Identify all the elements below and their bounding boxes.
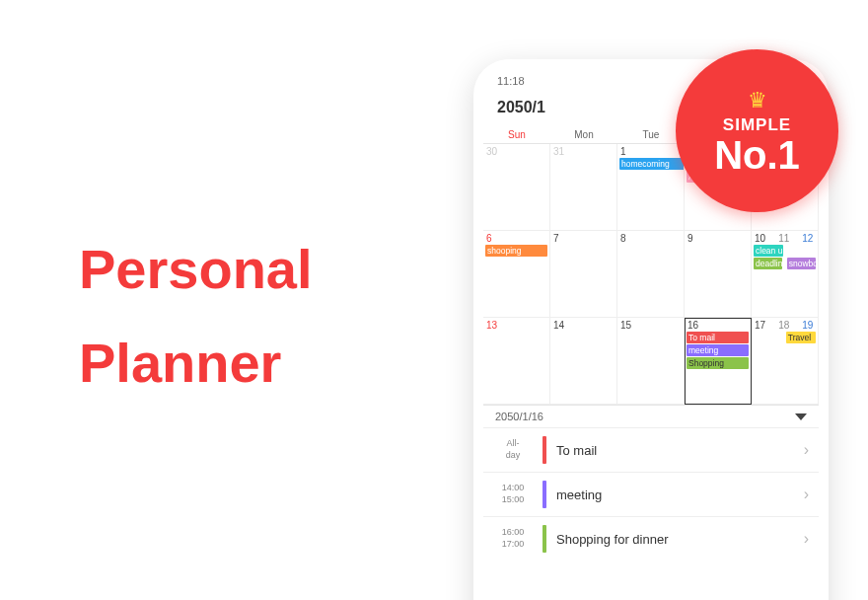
chevron-right-icon: › bbox=[804, 486, 809, 503]
day-panel: 2050/1/16 All- day To mail › 14:0015:00 … bbox=[483, 405, 819, 561]
day-cell[interactable]: 13 bbox=[483, 318, 550, 405]
agenda-title: Shopping for dinner bbox=[556, 532, 804, 547]
event-shooping[interactable]: shooping bbox=[485, 245, 547, 257]
event-meeting[interactable]: meeting bbox=[687, 344, 749, 356]
crown-icon: ♛ bbox=[748, 88, 767, 113]
day-cell[interactable]: 1 homecoming bbox=[617, 144, 685, 231]
day-cell[interactable]: 15 bbox=[617, 318, 685, 405]
collapse-icon[interactable] bbox=[795, 413, 807, 420]
day-cell[interactable]: 14 bbox=[550, 318, 617, 405]
weekday-sun: Sun bbox=[483, 126, 550, 143]
agenda-color-bar bbox=[542, 481, 546, 508]
agenda-row[interactable]: 14:0015:00 meeting › bbox=[483, 472, 819, 516]
badge-no1: No.1 bbox=[714, 135, 800, 175]
day-cell[interactable]: 8 bbox=[617, 231, 685, 318]
headline-line1: Personal bbox=[79, 222, 313, 316]
day-cell[interactable]: 30 bbox=[483, 144, 550, 231]
day-cell[interactable]: 171819 Travel bbox=[752, 318, 819, 405]
headline-line2: Planner bbox=[79, 316, 313, 410]
weekday-tue: Tue bbox=[617, 126, 685, 143]
event-snowboa[interactable]: snowboa bbox=[787, 258, 816, 269]
day-cell[interactable]: 101112 clean up deadline snowboa bbox=[752, 231, 819, 318]
day-cell[interactable]: 9 bbox=[685, 231, 752, 318]
agenda-time: 14:0015:00 bbox=[493, 483, 533, 505]
event-homecoming[interactable]: homecoming bbox=[619, 158, 685, 170]
agenda-color-bar bbox=[542, 525, 546, 553]
day-cell-selected[interactable]: 16 To mail meeting Shopping bbox=[685, 318, 752, 405]
event-tomail[interactable]: To mail bbox=[687, 332, 749, 343]
agenda-row[interactable]: 16:0017:00 Shopping for dinner › bbox=[483, 516, 819, 561]
badge-simple: SIMPLE bbox=[723, 115, 791, 135]
headline: Personal Planner bbox=[79, 222, 313, 410]
day-cell[interactable]: 6 shooping bbox=[483, 231, 550, 318]
agenda-color-bar bbox=[542, 436, 546, 464]
event-cleanup[interactable]: clean up bbox=[754, 245, 783, 257]
day-cell[interactable]: 7 bbox=[550, 231, 617, 318]
day-cell[interactable]: 31 bbox=[550, 144, 617, 231]
agenda-allday-label: All- day bbox=[493, 438, 533, 461]
agenda-title: To mail bbox=[556, 443, 804, 458]
day-panel-date: 2050/1/16 bbox=[495, 411, 543, 422]
simple-no1-badge: ♛ SIMPLE No.1 bbox=[676, 49, 838, 212]
event-shopping[interactable]: Shopping bbox=[687, 357, 749, 369]
weekday-mon: Mon bbox=[550, 126, 617, 143]
chevron-right-icon: › bbox=[804, 441, 809, 459]
event-deadline[interactable]: deadline bbox=[754, 258, 782, 269]
agenda-time: 16:0017:00 bbox=[493, 527, 533, 550]
agenda-row[interactable]: All- day To mail › bbox=[483, 427, 819, 472]
agenda-title: meeting bbox=[556, 488, 804, 502]
chevron-right-icon: › bbox=[804, 530, 809, 548]
event-travel[interactable]: Travel bbox=[786, 332, 816, 343]
